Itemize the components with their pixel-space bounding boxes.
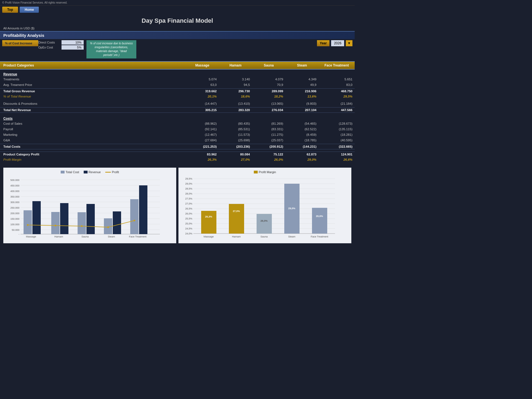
total-gross-face: 468.750 [319, 89, 355, 93]
discounts-face: (21.184) [319, 102, 355, 106]
col-hamam: Hamam [219, 63, 252, 67]
legend-profit-label: Profit [112, 170, 119, 174]
svg-text:25,5%: 25,5% [185, 217, 192, 220]
profit-point-massage [27, 224, 29, 226]
chart1-svg: 500.000 450.000 400.000 350.000 300.000 … [6, 176, 161, 240]
revenue-section-header: Revenue [0, 71, 355, 77]
revenue-label: Revenue [3, 72, 17, 76]
avg-price-sauna: 70,9 [252, 83, 285, 87]
ga-row: G&A (27.684) (25.698) (25.037) (18.785) … [0, 138, 355, 143]
total-net-row: Total Net Revenue 305.215 283.320 276.03… [0, 107, 355, 113]
svg-text:Face Treatment: Face Treatment [129, 235, 147, 238]
svg-text:100.000: 100.000 [10, 223, 19, 226]
svg-text:300.000: 300.000 [10, 201, 19, 204]
bar-massage-cost [24, 210, 32, 234]
svg-text:Sauna: Sauna [260, 235, 268, 238]
legend-revenue-label: Revenue [89, 170, 101, 174]
bar2-face [312, 208, 327, 234]
margin-label: Profit Margin [0, 158, 186, 162]
svg-text:26,0%: 26,0% [185, 212, 192, 215]
avg-price-steam: 49,9 [285, 83, 319, 87]
top-button[interactable]: Top [2, 7, 18, 13]
payroll-row: Payroll (92.141) (85.531) (83.331) (62.5… [0, 127, 355, 132]
svg-text:50.000: 50.000 [12, 229, 19, 231]
pct-total-row: % of Total Revenue 20,1% 18,6% 18,2% 13,… [0, 94, 355, 99]
total-gross-sauna: 289.099 [252, 89, 285, 93]
total-gross-massage: 319.662 [186, 89, 219, 93]
ga-hamam: (25.698) [219, 138, 252, 143]
col-massage: Massage [186, 63, 219, 67]
discounts-sauna: (13.065) [252, 102, 285, 106]
copyright-bar: © Profit Vision Financial Services. All … [0, 0, 355, 6]
bar-sauna-cost [78, 212, 86, 234]
margin-steam: 29,0% [285, 158, 319, 162]
cos-hamam: (80.435) [219, 122, 252, 126]
section-title: Profitability Analysis [0, 31, 355, 39]
treatments-label: Treatments [0, 77, 186, 82]
svg-text:200.000: 200.000 [10, 212, 19, 215]
profit-point-face [134, 220, 135, 221]
svg-text:-: - [19, 233, 19, 236]
svg-text:Massage: Massage [26, 235, 36, 238]
cos-label: Cost of Sales [0, 122, 186, 126]
margin-face: 26,6% [319, 158, 355, 162]
payroll-steam: (62.522) [285, 127, 319, 132]
legend-profit-margin: Profit Margin [254, 170, 276, 174]
pct-total-steam: 13,6% [285, 94, 319, 99]
legend-profit-icon [105, 172, 111, 173]
chart2-container: Profit Margin 29,5% 29,0% 28,5% 28,0% 27… [178, 168, 351, 243]
profit-sauna: 75.122 [252, 152, 285, 157]
ga-steam: (18.785) [285, 138, 319, 143]
marketing-face: (18.281) [319, 133, 355, 137]
svg-text:26,3%: 26,3% [205, 215, 212, 218]
cost-increase-bar: % of Cost Increase Direct Costs 10% OpEx… [0, 39, 355, 60]
svg-text:26,0%: 26,0% [260, 219, 268, 222]
avg-price-massage: 63,0 [186, 83, 219, 87]
year-dropdown-icon[interactable]: ▼ [346, 40, 352, 46]
svg-text:350.000: 350.000 [10, 195, 19, 198]
bar-hamam-cost [51, 212, 60, 234]
legend-profit-margin-label: Profit Margin [259, 170, 276, 174]
profit-label: Product Category Profit [0, 152, 186, 157]
treatments-face: 5.651 [319, 77, 355, 82]
year-selector: Year 2026 ▼ [317, 40, 352, 46]
payroll-massage: (92.141) [186, 127, 219, 132]
cost-rows: Direct Costs 10% OpEx Cost 5% [38, 40, 84, 50]
svg-text:25,0%: 25,0% [185, 222, 192, 225]
total-costs-row: Total Costs (221.253) (203.236) (200.912… [0, 144, 355, 149]
svg-text:28,5%: 28,5% [185, 187, 192, 190]
home-button[interactable]: Home [20, 7, 39, 13]
avg-price-face: 83,0 [319, 83, 355, 87]
total-costs-face: (322.665) [319, 145, 355, 149]
avg-price-label: Avg. Treament Price [0, 83, 186, 87]
svg-text:Hamam: Hamam [54, 235, 63, 238]
ga-massage: (27.684) [186, 138, 219, 143]
discounts-steam: (9.803) [285, 102, 319, 106]
profit-steam: 62.873 [285, 152, 319, 157]
payroll-hamam: (85.531) [219, 127, 252, 132]
profit-point-steam [107, 226, 109, 228]
ga-label: G&A [0, 138, 186, 143]
legend-total-cost: Total Cost [61, 170, 79, 174]
cos-face: (128.673) [319, 122, 355, 126]
profit-hamam: 80.084 [219, 152, 252, 157]
bar-steam-rev [113, 211, 121, 234]
svg-text:27,5%: 27,5% [185, 197, 192, 200]
svg-text:26,6%: 26,6% [316, 215, 323, 218]
svg-text:150.000: 150.000 [10, 218, 19, 220]
svg-text:27,0%: 27,0% [185, 202, 192, 205]
chart1-container: Total Cost Revenue Profit 500.000 450.00… [3, 168, 176, 243]
page-title: Day Spa Financial Model [0, 14, 355, 26]
treatments-row: Treatments 5.074 3.140 4.079 4.349 5.651 [0, 77, 355, 82]
bar-face-rev [139, 185, 147, 234]
bar2-massage [201, 211, 216, 234]
svg-text:400.000: 400.000 [10, 190, 19, 193]
total-gross-hamam: 296.730 [219, 89, 252, 93]
cos-row: Cost of Sales (88.962) (80.435) (81.269)… [0, 121, 355, 127]
margin-sauna: 26,0% [252, 158, 285, 162]
svg-text:450.000: 450.000 [10, 184, 19, 187]
currency-note: All Amounts in USD ($) [0, 26, 355, 31]
marketing-row: Marketing (12.467) (11.573) (11.275) (8.… [0, 132, 355, 138]
svg-text:24,0%: 24,0% [185, 232, 192, 235]
payroll-face: (135.115) [319, 127, 355, 132]
